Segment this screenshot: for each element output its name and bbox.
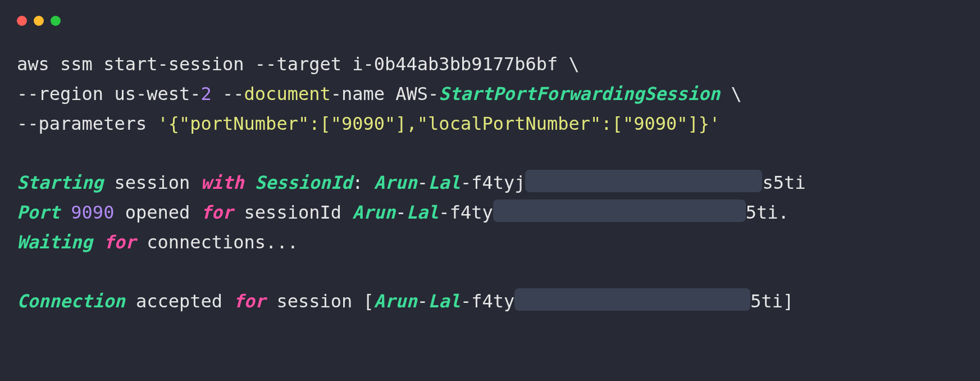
kw-connection: Connection bbox=[17, 291, 125, 312]
out-text: - bbox=[417, 172, 428, 193]
cmd-dash: -- bbox=[17, 113, 39, 134]
cmd-line-1: aws ssm start-session --target i-0b44ab3… bbox=[17, 53, 580, 75]
out-text: connections... bbox=[136, 232, 298, 253]
session-id-fragment: s5ti bbox=[762, 172, 805, 193]
out-text: sessionId bbox=[233, 202, 352, 223]
cmd-flag: document bbox=[244, 83, 331, 105]
session-user: Lal bbox=[407, 202, 439, 223]
out-line-2: Port 9090 opened for sessionId Arun-Lal-… bbox=[17, 202, 789, 223]
kw-starting: Starting bbox=[17, 172, 103, 193]
cmd-text: aws ssm start-session bbox=[17, 53, 255, 75]
out-text: opened bbox=[114, 202, 200, 223]
kw-for: for bbox=[233, 291, 266, 312]
session-id-fragment: 5ti. bbox=[746, 202, 789, 223]
out-text: - bbox=[395, 202, 406, 223]
out-text: - bbox=[417, 291, 428, 312]
cmd-text: -name bbox=[331, 83, 396, 105]
cmd-text: region us-west- bbox=[39, 83, 201, 105]
out-text bbox=[60, 202, 71, 223]
cmd-text: AWS- bbox=[395, 83, 439, 105]
session-user: Lal bbox=[428, 172, 461, 193]
redaction-mask bbox=[514, 288, 750, 311]
out-line-4: Connection accepted for session [Arun-La… bbox=[17, 291, 794, 312]
cmd-number: 2 bbox=[201, 83, 212, 105]
kw-port: Port bbox=[17, 202, 60, 223]
session-id-fragment: -f4ty bbox=[439, 202, 493, 223]
kw-sessionid: SessionId bbox=[255, 172, 352, 193]
cmd-dash: -- bbox=[17, 83, 39, 105]
session-user: Arun bbox=[374, 291, 417, 312]
session-id-fragment: -f4ty bbox=[461, 291, 514, 312]
cmd-text bbox=[212, 83, 222, 105]
zoom-icon[interactable] bbox=[51, 16, 61, 26]
out-text bbox=[93, 232, 103, 253]
close-icon[interactable] bbox=[17, 16, 27, 26]
out-text: : bbox=[352, 172, 374, 193]
redaction-mask bbox=[525, 170, 762, 192]
kw-for: for bbox=[103, 232, 136, 253]
terminal-window: aws ssm start-session --target i-0b44ab3… bbox=[0, 0, 980, 381]
cmd-line-3: --parameters '{"portNumber":["9090"],"lo… bbox=[17, 113, 720, 134]
cmd-line-2: --region us-west-2 --document-name AWS-S… bbox=[17, 83, 742, 105]
cmd-text: parameters bbox=[39, 113, 158, 134]
kw-for: for bbox=[201, 202, 234, 223]
cmd-dash: -- bbox=[222, 83, 244, 105]
window-traffic-lights bbox=[17, 16, 963, 26]
out-text bbox=[244, 172, 255, 193]
redaction-mask bbox=[493, 199, 746, 222]
cmd-string: '{"portNumber":["9090"],"localPortNumber… bbox=[157, 113, 720, 134]
out-text: session [ bbox=[266, 291, 374, 312]
kw-waiting: Waiting bbox=[17, 232, 93, 253]
out-text: accepted bbox=[125, 291, 234, 312]
out-line-3: Waiting for connections... bbox=[17, 232, 298, 253]
minimize-icon[interactable] bbox=[34, 16, 44, 26]
cmd-text: \ bbox=[720, 83, 742, 105]
session-id-fragment: -f4tyj bbox=[461, 172, 526, 193]
session-user: Arun bbox=[352, 202, 395, 223]
cmd-docname: StartPortForwardingSession bbox=[439, 83, 720, 105]
session-id-fragment: 5ti] bbox=[750, 291, 794, 312]
terminal-output: aws ssm start-session --target i-0b44ab3… bbox=[17, 49, 963, 316]
port-number: 9090 bbox=[71, 202, 114, 223]
kw-with: with bbox=[201, 172, 244, 193]
session-user: Arun bbox=[374, 172, 417, 193]
out-line-1: Starting session with SessionId: Arun-La… bbox=[17, 172, 806, 193]
cmd-dash: -- bbox=[255, 53, 277, 75]
out-text: session bbox=[103, 172, 200, 193]
session-user: Lal bbox=[428, 291, 461, 312]
cmd-text: target i-0b44ab3bb9177b6bf \ bbox=[276, 53, 579, 75]
